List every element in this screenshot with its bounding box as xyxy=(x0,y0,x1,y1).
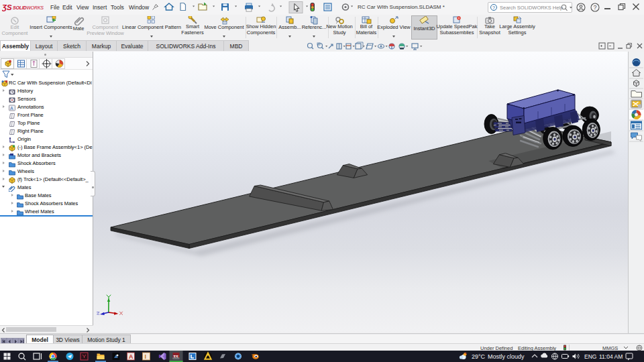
svg-text:SOLIDWORKS: SOLIDWORKS xyxy=(13,5,44,10)
svg-text:?: ? xyxy=(492,5,495,9)
svg-text:?: ? xyxy=(594,4,597,11)
svg-text:ƷS: ƷS xyxy=(2,3,12,11)
svg-text:A: A xyxy=(129,353,133,360)
svg-text:Mostly cloudy: Mostly cloudy xyxy=(488,353,525,360)
svg-text:A: A xyxy=(10,106,13,111)
svg-text:ENG: ENG xyxy=(584,353,596,360)
svg-text:I: I xyxy=(145,353,147,360)
svg-text:11:04 AM: 11:04 AM xyxy=(599,353,623,360)
svg-text:29°C: 29°C xyxy=(472,353,486,360)
